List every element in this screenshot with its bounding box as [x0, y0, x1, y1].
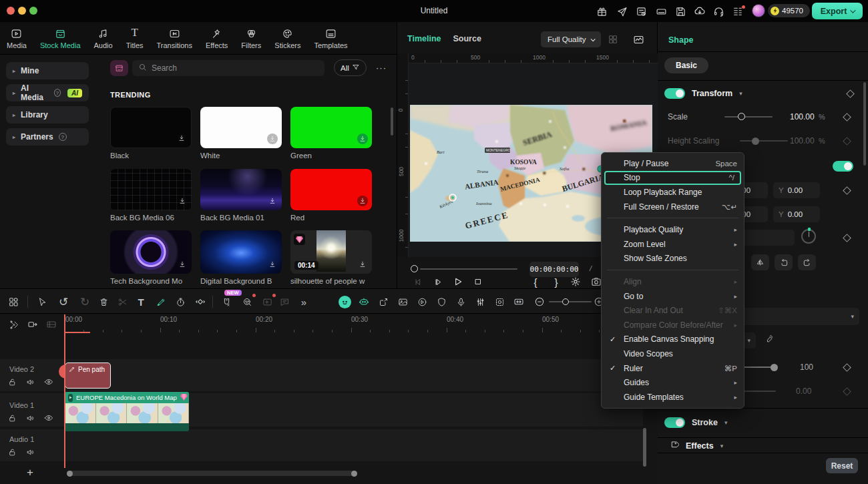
position-y-field[interactable]: Y0.00: [773, 182, 820, 198]
clip-pen-path[interactable]: Pen path: [65, 362, 111, 389]
stock-thumbnail[interactable]: [290, 169, 372, 210]
help-icon[interactable]: ?: [59, 133, 67, 141]
anchor-y-field[interactable]: Y0.00: [773, 206, 820, 222]
tab-titles[interactable]: TTitles: [120, 27, 150, 49]
speaker-icon[interactable]: [26, 447, 35, 459]
clip-europe-macedonia[interactable]: EUROPE Macedonia on World Map: [65, 392, 189, 431]
redo-icon[interactable]: ↻: [77, 294, 92, 309]
text-tool-icon[interactable]: T: [134, 294, 148, 309]
download-icon[interactable]: [357, 134, 368, 144]
menu-item-show-safe-zones[interactable]: Show Safe Zones: [602, 252, 744, 266]
playback-speed-icon[interactable]: [415, 294, 429, 309]
reset-button[interactable]: Reset: [826, 458, 858, 473]
mark-in-button[interactable]: {: [528, 274, 543, 289]
eyedropper-icon[interactable]: [765, 334, 775, 346]
download-icon[interactable]: [176, 133, 187, 144]
lock-icon[interactable]: [8, 413, 17, 425]
tab-stock-media[interactable]: Stock Media: [33, 27, 87, 49]
scale-slider[interactable]: [724, 116, 773, 117]
sidebar-item-mine[interactable]: ▸Mine: [6, 62, 89, 79]
position-toggle[interactable]: [833, 161, 853, 172]
timeline-zoom-slider[interactable]: [549, 301, 592, 302]
magnetic-timeline-icon[interactable]: NEW: [219, 294, 234, 309]
gift-icon[interactable]: [595, 5, 608, 18]
speech-to-text-icon[interactable]: [277, 294, 292, 309]
transform-toggle[interactable]: [664, 88, 685, 99]
sidebar-item-partners[interactable]: ▸Partners?: [6, 128, 89, 146]
timeline-horizontal-scrollbar[interactable]: [67, 471, 357, 476]
play-button[interactable]: [451, 274, 465, 289]
delete-icon[interactable]: [96, 294, 111, 309]
preview-settings-gear-icon[interactable]: [568, 274, 583, 289]
menu-item-play-pause[interactable]: Play / PauseSpace: [602, 156, 744, 171]
cloud-backup-icon[interactable]: [693, 5, 706, 18]
tab-effects[interactable]: Effects: [199, 27, 234, 49]
send-feedback-icon[interactable]: [615, 5, 628, 18]
save-icon[interactable]: [674, 5, 687, 18]
menu-item-playback-quality[interactable]: Playback Quality▸: [602, 222, 744, 237]
link-clip-icon[interactable]: [25, 317, 40, 332]
menu-item-guides[interactable]: Guides▸: [602, 375, 744, 390]
scrubber-track[interactable]: [420, 268, 517, 270]
scene-detect-icon[interactable]: [260, 294, 274, 309]
keyframe-diamond-icon[interactable]: [843, 363, 851, 372]
scale-value[interactable]: 100.00: [790, 112, 815, 122]
menu-item-stop[interactable]: Stop^/: [604, 171, 741, 186]
lock-icon[interactable]: [8, 447, 17, 459]
select-cursor-icon[interactable]: [35, 294, 49, 309]
ai-assistant-icon[interactable]: [357, 294, 371, 309]
search-bar[interactable]: [132, 60, 324, 76]
rotate-right-button[interactable]: [798, 254, 816, 270]
add-media-icon[interactable]: [395, 294, 410, 309]
playhead[interactable]: [64, 314, 65, 468]
multiview-icon[interactable]: [606, 32, 620, 47]
menu-item-ruler[interactable]: ✓Ruler⌘P: [602, 361, 744, 376]
caret-down-icon[interactable]: ▾: [720, 443, 724, 449]
download-icon[interactable]: [267, 134, 278, 144]
stock-thumbnail[interactable]: [290, 107, 372, 148]
previous-frame-button[interactable]: [411, 274, 425, 289]
caret-down-icon[interactable]: ▾: [724, 419, 728, 426]
record-voiceover-icon[interactable]: [453, 294, 468, 309]
toolbox-icon[interactable]: [6, 294, 21, 309]
menu-item-full-screen-restore[interactable]: Full Screen / Restore⌥↵: [602, 200, 744, 214]
touchbar-icon[interactable]: [654, 5, 668, 18]
tab-preview-timeline[interactable]: Timeline: [407, 34, 441, 43]
menu-item-zoom-level[interactable]: Zoom Level▸: [602, 237, 744, 252]
download-icon[interactable]: [267, 259, 278, 270]
video-scopes-icon[interactable]: [631, 32, 646, 47]
menu-item-enable-canvas-snapping[interactable]: ✓Enable Canvas Snapping: [602, 332, 744, 347]
next-frame-button[interactable]: [431, 274, 445, 289]
mark-out-button[interactable]: }: [549, 274, 564, 289]
media-scrollbar[interactable]: [391, 107, 393, 136]
menu-item-guide-templates[interactable]: Guide Templates▸: [602, 390, 744, 405]
tab-transitions[interactable]: Transitions: [150, 27, 199, 49]
audio-mixer-icon[interactable]: [473, 294, 487, 309]
opacity-value[interactable]: 100: [800, 362, 813, 372]
stock-thumbnail[interactable]: [200, 107, 282, 148]
credits-badge[interactable]: 49570: [768, 4, 810, 17]
speaker-icon[interactable]: [26, 377, 35, 389]
stock-thumbnail[interactable]: [200, 169, 282, 210]
timeline-ruler[interactable]: 00:00 00:10 00:20 00:30 00:40 00:50: [64, 314, 658, 334]
help-icon[interactable]: ?: [54, 89, 61, 97]
tab-templates[interactable]: Templates: [307, 27, 354, 49]
stock-provider-button[interactable]: [110, 60, 128, 76]
keyframe-diamond-icon[interactable]: [843, 186, 851, 195]
ai-copilot-icon[interactable]: [337, 294, 352, 309]
sidebar-item-library[interactable]: ▸Library: [6, 106, 89, 124]
caret-down-icon[interactable]: ▾: [739, 90, 742, 97]
stock-thumbnail[interactable]: [110, 107, 192, 148]
tab-basic[interactable]: Basic: [664, 57, 708, 73]
tab-filters[interactable]: Filters: [234, 27, 268, 49]
rotate-dial[interactable]: [801, 229, 816, 244]
download-icon[interactable]: [177, 259, 188, 270]
support-headset-icon[interactable]: [712, 5, 725, 18]
stop-button[interactable]: [471, 274, 485, 289]
ai-voice-icon[interactable]: [240, 294, 254, 309]
download-icon[interactable]: [177, 196, 188, 206]
keyframe-diamond-icon[interactable]: [843, 113, 851, 122]
stock-thumbnail[interactable]: 00:14: [290, 230, 372, 274]
stock-thumbnail[interactable]: [200, 230, 282, 274]
user-avatar[interactable]: [752, 4, 765, 17]
